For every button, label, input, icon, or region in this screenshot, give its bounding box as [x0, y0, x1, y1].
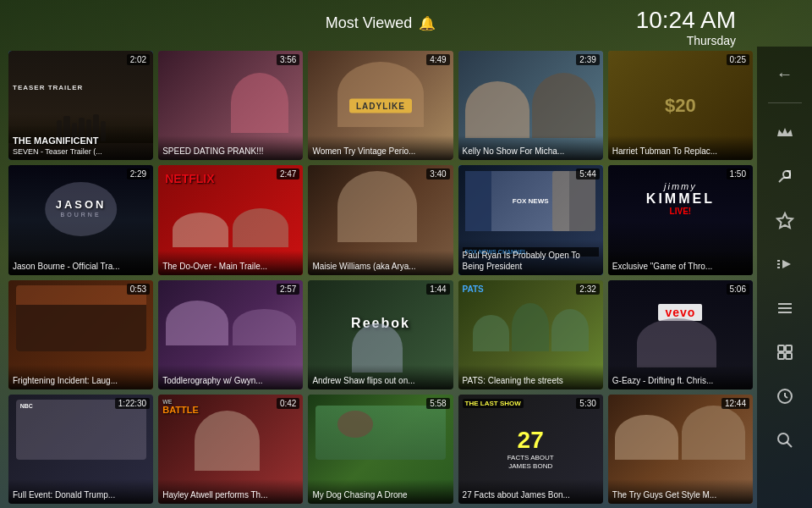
crown-button[interactable]	[766, 113, 804, 151]
video-card-20[interactable]: 12:44 The Try Guys Get Style M...	[608, 395, 753, 504]
content-area: Teaser Trailer 2:02 THE MAGNIFICENT SEVE…	[0, 47, 812, 508]
svg-rect-10	[786, 345, 792, 351]
video-duration-8: 3:40	[426, 168, 449, 179]
video-card-9[interactable]: FOX NEWS FOX NEWS CHANNEL 5:44 Paul Ryan…	[458, 165, 603, 274]
video-duration-4: 2:39	[576, 54, 599, 65]
svg-line-17	[787, 442, 792, 447]
video-card-3[interactable]: LADYLIKE 4:49 Women Try Vintage Perio...	[308, 51, 453, 160]
ladylike-badge: LADYLIKE	[349, 98, 412, 113]
video-card-4[interactable]: 2:39 Kelly No Show For Micha...	[458, 51, 603, 160]
video-duration-9: 5:44	[576, 168, 599, 179]
pats-logo: PATS	[463, 284, 484, 294]
clock-area: 10:24 AM Thursday	[636, 7, 736, 47]
video-card-14[interactable]: PATS 2:32 PATS: Cleaning the streets	[458, 280, 603, 389]
video-label-11: Frightening Incident: Laug...	[8, 365, 153, 389]
video-duration-2: 3:56	[277, 54, 299, 65]
video-card-13[interactable]: Reebok 1:44 Andrew Shaw flips out on...	[308, 280, 453, 389]
svg-marker-2	[782, 260, 791, 268]
video-card-10[interactable]: jimmy KIMMEL LIVE! 1:50 Exclusive "Game …	[608, 165, 753, 274]
clock-time: 10:24 AM	[636, 7, 736, 34]
video-label-1: THE MAGNIFICENT SEVEN - Teaser Trailer (…	[8, 124, 153, 160]
video-card-19[interactable]: THE LAST SHOW 27 FACTS ABOUTJAMES BOND 5…	[458, 395, 603, 504]
video-card-15[interactable]: vevo 5:06 G-Eazy - Drifting ft. Chris...	[608, 280, 753, 389]
video-duration-7: 2:47	[277, 168, 299, 179]
bell-icon[interactable]: 🔔	[419, 15, 436, 31]
svg-marker-1	[777, 213, 793, 228]
video-duration-18: 5:58	[426, 398, 449, 409]
clock-day: Thursday	[636, 34, 736, 47]
video-card-1[interactable]: Teaser Trailer 2:02 THE MAGNIFICENT SEVE…	[8, 51, 153, 160]
video-label-20: The Try Guys Get Style M...	[608, 479, 753, 504]
jason-bourne-text: BOURNE	[61, 212, 102, 218]
video-card-7[interactable]: NETFLIX 2:47 The Do-Over - Main Traile..…	[158, 165, 303, 274]
video-label-2: SPEED DATING PRANK!!!	[158, 135, 303, 160]
kimmel-logo: jimmy KIMMEL LIVE!	[646, 181, 715, 216]
sidebar: ←	[757, 47, 812, 508]
video-card-5[interactable]: $20 0:25 Harriet Tubman To Replac...	[608, 51, 753, 160]
video-label-8: Maisie Williams (aka Arya...	[308, 251, 453, 275]
video-label-7: The Do-Over - Main Traile...	[158, 251, 303, 275]
svg-line-15	[785, 396, 787, 398]
video-card-17[interactable]: WE BATTLE 0:42 Hayley Atwell performs Th…	[158, 395, 303, 504]
back-button[interactable]: ←	[766, 55, 804, 92]
video-duration-6: 2:29	[127, 168, 150, 179]
svg-rect-9	[778, 345, 784, 351]
playlist-button[interactable]	[766, 246, 804, 283]
video-label-14: PATS: Cleaning the streets	[458, 365, 603, 389]
video-card-18[interactable]: 5:58 My Dog Chasing A Drone	[308, 395, 453, 504]
video-duration-12: 2:57	[277, 284, 299, 295]
menu-button[interactable]	[766, 290, 804, 327]
video-duration-17: 0:42	[277, 398, 299, 409]
video-label-5: Harriet Tubman To Replac...	[608, 135, 753, 160]
most-viewed-label: Most Viewed	[326, 14, 413, 32]
netflix-badge: NETFLIX	[165, 172, 214, 185]
video-label-4: Kelly No Show For Micha...	[458, 135, 603, 160]
video-label-17: Hayley Atwell performs Th...	[158, 479, 303, 504]
video-card-8[interactable]: 3:40 Maisie Williams (aka Arya...	[308, 165, 453, 274]
svg-rect-12	[786, 353, 792, 359]
video-label-12: Toddlerography w/ Gwyn...	[158, 365, 303, 389]
clock-button[interactable]	[766, 378, 804, 415]
video-label-6: Jason Bourne - Official Tra...	[8, 251, 153, 275]
video-label-16: Full Event: Donald Trump...	[8, 479, 153, 504]
video-label-19: 27 Facts about James Bon...	[458, 479, 603, 504]
video-duration-15: 5:06	[727, 284, 749, 295]
video-duration-13: 1:44	[426, 284, 449, 295]
video-grid: Teaser Trailer 2:02 THE MAGNIFICENT SEVE…	[0, 47, 757, 508]
header: Most Viewed 🔔 10:24 AM Thursday	[0, 0, 812, 47]
video-duration-1: 2:02	[127, 54, 150, 65]
video-duration-16: 1:22:30	[115, 398, 150, 409]
video-label-3: Women Try Vintage Perio...	[308, 135, 453, 160]
teaser-badge: Teaser Trailer	[13, 84, 83, 91]
jason-title: JASON	[56, 198, 107, 211]
sidebar-divider-1	[768, 102, 802, 103]
header-title: Most Viewed 🔔	[326, 14, 436, 32]
video-label-18: My Dog Chasing A Drone	[308, 479, 453, 504]
video-duration-5: 0:25	[727, 54, 749, 65]
search-button[interactable]	[766, 422, 804, 459]
svg-point-0	[783, 171, 790, 178]
star-button[interactable]	[766, 202, 804, 239]
main-container: Most Viewed 🔔 10:24 AM Thursday	[0, 0, 812, 508]
video-card-6[interactable]: JASON BOURNE 2:29 Jason Bourne - Officia…	[8, 165, 153, 274]
video-duration-11: 0:53	[127, 284, 150, 295]
video-card-2[interactable]: 3:56 SPEED DATING PRANK!!!	[158, 51, 303, 160]
video-label-9: Paul Ryan Is Probably Open To Being Pres…	[458, 240, 603, 275]
video-duration-10: 1:50	[727, 168, 749, 179]
video-card-12[interactable]: 2:57 Toddlerography w/ Gwyn...	[158, 280, 303, 389]
video-duration-19: 5:30	[576, 398, 599, 409]
video-label-10: Exclusive "Game of Thro...	[608, 251, 753, 275]
grid-button[interactable]	[766, 334, 804, 371]
video-duration-20: 12:44	[721, 398, 749, 409]
svg-rect-11	[778, 353, 784, 359]
video-card-16[interactable]: NBC 1:22:30 Full Event: Donald Trump...	[8, 395, 153, 504]
hayley-text: WE BATTLE	[162, 399, 199, 415]
video-duration-3: 4:49	[426, 54, 449, 65]
video-label-13: Andrew Shaw flips out on...	[308, 365, 453, 389]
video-label-15: G-Eazy - Drifting ft. Chris...	[608, 365, 753, 389]
video-duration-14: 2:32	[576, 284, 599, 295]
pin-button[interactable]	[766, 157, 804, 195]
video-card-11[interactable]: 0:53 Frightening Incident: Laug...	[8, 280, 153, 389]
